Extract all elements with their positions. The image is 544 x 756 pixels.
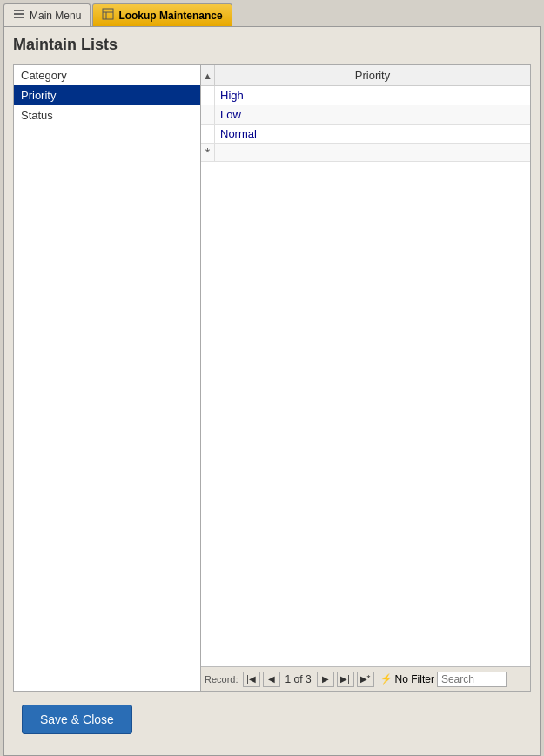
no-filter-label: No Filter bbox=[395, 673, 434, 685]
table-row[interactable]: High bbox=[201, 86, 530, 105]
sort-arrow[interactable]: ▲ bbox=[201, 65, 215, 85]
page-title: Maintain Lists bbox=[13, 36, 531, 54]
row-indicator-1 bbox=[201, 86, 215, 105]
list-item-priority[interactable]: Priority bbox=[14, 85, 200, 105]
column-header-bar: ▲ Priority bbox=[201, 65, 530, 86]
bottom-area: Save & Close bbox=[13, 692, 531, 747]
filter-area: ⚡ No Filter bbox=[380, 673, 434, 685]
page-display: 1 of 3 bbox=[285, 673, 312, 685]
list-item-category[interactable]: Category bbox=[14, 65, 200, 85]
tab-lookup-maintenance-label: Lookup Maintenance bbox=[118, 10, 222, 22]
left-list: Category Priority Status bbox=[14, 65, 201, 691]
nav-next-button[interactable]: ▶ bbox=[317, 672, 334, 687]
row-cell-high[interactable]: High bbox=[215, 86, 530, 105]
main-area: Maintain Lists Category Priority Status … bbox=[3, 26, 541, 756]
svg-rect-1 bbox=[14, 13, 24, 15]
nav-last-button[interactable]: ▶| bbox=[337, 672, 354, 687]
tab-main-menu-label: Main Menu bbox=[30, 10, 81, 22]
nav-new-button[interactable]: ▶* bbox=[357, 672, 374, 687]
right-grid: ▲ Priority High Low Normal * bbox=[201, 65, 530, 691]
nav-first-button[interactable]: |◀ bbox=[243, 672, 260, 687]
save-close-button[interactable]: Save & Close bbox=[22, 705, 132, 734]
svg-rect-2 bbox=[14, 17, 24, 18]
navigation-bar: Record: |◀ ◀ 1 of 3 ▶ ▶| ▶* ⚡ No Filter bbox=[201, 666, 530, 691]
content-panel: Category Priority Status ▲ Priority High bbox=[13, 64, 531, 692]
table-row[interactable]: Low bbox=[201, 105, 530, 125]
table-row[interactable]: Normal bbox=[201, 125, 530, 144]
row-cell-new[interactable] bbox=[215, 150, 530, 155]
tab-lookup-maintenance[interactable]: Lookup Maintenance bbox=[92, 3, 232, 26]
table-row-new[interactable]: * bbox=[201, 144, 530, 162]
record-label: Record: bbox=[205, 674, 238, 685]
grid-body: High Low Normal * bbox=[201, 86, 530, 666]
filter-icon: ⚡ bbox=[380, 673, 393, 685]
menu-icon bbox=[13, 8, 25, 23]
nav-prev-button[interactable]: ◀ bbox=[263, 672, 280, 687]
table-icon bbox=[102, 8, 114, 23]
row-cell-normal[interactable]: Normal bbox=[215, 125, 530, 143]
tab-main-menu[interactable]: Main Menu bbox=[3, 3, 91, 26]
row-indicator-2 bbox=[201, 105, 215, 124]
search-input[interactable] bbox=[437, 672, 507, 687]
row-cell-low[interactable]: Low bbox=[215, 105, 530, 124]
svg-rect-0 bbox=[14, 10, 24, 11]
tab-bar: Main Menu Lookup Maintenance bbox=[0, 0, 544, 26]
row-indicator-3 bbox=[201, 125, 215, 143]
new-row-indicator: * bbox=[201, 144, 215, 161]
priority-column-header: Priority bbox=[215, 69, 530, 82]
svg-rect-3 bbox=[103, 9, 113, 19]
list-item-status[interactable]: Status bbox=[14, 105, 200, 125]
